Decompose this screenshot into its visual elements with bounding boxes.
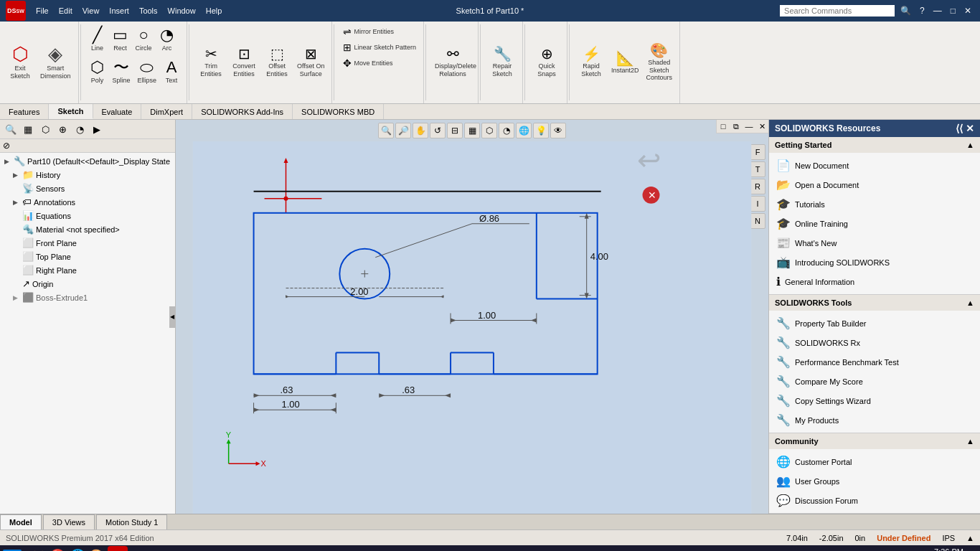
tree-right-plane[interactable]: ⬜ Right Plane <box>1 263 174 277</box>
polygon-button[interactable]: ⬡ Poly <box>87 57 108 88</box>
offset-surface-button[interactable]: ⊠ Offset OnSurface <box>294 44 327 81</box>
panel-resize-handle[interactable]: ◀ <box>169 306 175 328</box>
trim-button[interactable]: ✂ TrimEntities <box>195 44 227 81</box>
instant2d-button[interactable]: 📐 Instant2D <box>608 48 642 77</box>
lp-filter-btn[interactable]: 🔍 <box>3 121 19 137</box>
vp-section[interactable]: ⊟ <box>447 123 463 138</box>
rp-collapse-btn[interactable]: ⟨⟨ <box>956 123 963 134</box>
tab-3d-views[interactable]: 3D Views <box>43 514 95 529</box>
menu-help[interactable]: Help <box>202 5 227 17</box>
repair-button[interactable]: 🔧 RepairSketch <box>486 44 518 81</box>
convert-button[interactable]: ⊡ ConvertEntities <box>228 44 260 81</box>
offset-button[interactable]: ⬚ OffsetEntities <box>261 44 293 81</box>
rp-item-open-doc[interactable]: 📂 Open a Document <box>775 175 974 194</box>
menu-window[interactable]: Window <box>164 5 200 17</box>
vp-appearance[interactable]: ◔ <box>499 123 514 138</box>
tree-history[interactable]: ▶ 📁 History <box>1 168 174 182</box>
rp-close-btn[interactable]: ✕ <box>966 123 974 134</box>
vp-zoom-fit[interactable]: 🔍 <box>378 123 394 138</box>
lp-plus-btn[interactable]: ⊕ <box>55 121 70 137</box>
text-button[interactable]: A Text <box>161 57 182 88</box>
lp-list-btn[interactable]: ▦ <box>20 121 36 137</box>
exit-sketch-button[interactable]: ⬡ ExitSketch <box>4 42 36 83</box>
rp-item-tutorials[interactable]: 🎓 Tutorials <box>775 194 974 214</box>
vp-zoom-select[interactable]: 🔎 <box>395 123 411 138</box>
rp-item-new-doc[interactable]: 📄 New Document <box>775 156 974 175</box>
rp-item-general-info[interactable]: ℹ General Information <box>775 272 974 291</box>
spline-button[interactable]: 〜 Spline <box>110 57 133 88</box>
tree-front-plane[interactable]: ⬜ Front Plane <box>1 236 174 250</box>
tab-sketch[interactable]: Sketch <box>49 104 93 119</box>
tree-boss-extrude[interactable]: ▶ ⬛ Boss-Extrude1 <box>1 291 174 304</box>
tab-motion-study[interactable]: Motion Study 1 <box>96 514 167 529</box>
rp-item-sw-rx[interactable]: 🔧 SOLIDWORKS Rx <box>775 333 974 352</box>
rp-item-customer-portal[interactable]: 🌐 Customer Portal <box>775 452 974 471</box>
menu-view[interactable]: View <box>78 5 104 17</box>
lp-icons-btn[interactable]: ⬡ <box>37 121 53 137</box>
tree-annotations[interactable]: ▶ 🏷 Annotations <box>1 195 174 209</box>
rp-item-my-products[interactable]: 🔧 My Products <box>775 410 974 430</box>
taskbar-solidworks[interactable]: SW <box>108 546 128 551</box>
vp-hide[interactable]: 👁 <box>550 123 566 138</box>
rp-item-online-training[interactable]: 🎓 Online Training <box>775 214 974 233</box>
minimize-button[interactable]: — <box>930 6 945 16</box>
tab-addins[interactable]: SOLIDWORKS Add-Ins <box>192 104 293 119</box>
tree-top-plane[interactable]: ⬜ Top Plane <box>1 250 174 263</box>
search-input[interactable] <box>780 5 895 17</box>
taskbar-app1[interactable]: 🔴 <box>47 546 67 551</box>
lp-donut-btn[interactable]: ◔ <box>72 121 88 137</box>
tab-mbd[interactable]: SOLIDWORKS MBD <box>293 104 384 119</box>
taskbar-paint[interactable]: 🎨 <box>88 546 108 551</box>
vp-view[interactable]: ▦ <box>464 123 480 138</box>
tree-part10[interactable]: ▶ 🔧 Part10 (Default<<Default>_Display St… <box>1 154 174 168</box>
vp-pan[interactable]: ✋ <box>413 123 428 138</box>
tree-material[interactable]: 🔩 Material <not specified> <box>1 222 174 236</box>
rectangle-button[interactable]: ▭ Rect <box>110 24 131 55</box>
tab-model[interactable]: Model <box>0 514 42 529</box>
rp-section-community-header[interactable]: Community ▲ <box>769 433 980 449</box>
tab-evaluate[interactable]: Evaluate <box>93 104 142 119</box>
menu-tools[interactable]: Tools <box>135 5 162 17</box>
rp-item-copy-settings[interactable]: 🔧 Copy Settings Wizard <box>775 391 974 410</box>
vp-close-btn[interactable]: ✕ <box>755 120 768 133</box>
mirror-button[interactable]: ⇌ Mirror Entities <box>340 24 397 39</box>
taskbar-chrome[interactable]: 🌐 <box>67 546 88 551</box>
display-delete-button[interactable]: ⚯ Display/DeleteRelations <box>432 44 473 81</box>
rp-section-getting-started-header[interactable]: Getting Started ▲ <box>769 137 980 153</box>
menu-insert[interactable]: Insert <box>105 5 133 17</box>
tab-dimxpert[interactable]: DimXpert <box>141 104 192 119</box>
rp-item-discussion[interactable]: 💬 Discussion Forum <box>775 491 974 510</box>
line-button[interactable]: ╱ Line <box>87 24 108 55</box>
search-button[interactable]: 🔍 <box>897 6 914 16</box>
close-button[interactable]: ✕ <box>961 6 974 16</box>
vp-rotate[interactable]: ↺ <box>430 123 446 138</box>
vp-display[interactable]: ⬡ <box>481 123 497 138</box>
circle-button[interactable]: ○ Circle <box>133 24 155 55</box>
vp-scene[interactable]: 🌐 <box>516 123 532 138</box>
viewport[interactable]: □ ⧉ — ✕ 🔍 🔎 ✋ ↺ ⊟ ▦ ⬡ ◔ 🌐 💡 👁 F T R I N <box>176 120 768 514</box>
menu-file[interactable]: File <box>32 5 53 17</box>
shaded-contours-button[interactable]: 🎨 ShadedSketchContours <box>644 40 676 85</box>
tree-equations[interactable]: 📊 Equations <box>1 209 174 222</box>
tab-features[interactable]: Features <box>0 104 49 119</box>
rapid-sketch-button[interactable]: ⚡ RapidSketch <box>575 44 607 81</box>
vp-minimize-btn[interactable]: — <box>743 120 755 133</box>
help-button[interactable]: ? <box>917 6 928 16</box>
rp-item-prop-tab[interactable]: 🔧 Property Tab Builder <box>775 314 974 333</box>
vp-lights[interactable]: 💡 <box>533 123 549 138</box>
menu-edit[interactable]: Edit <box>55 5 77 17</box>
rp-item-introducing[interactable]: 📺 Introducing SOLIDWORKS <box>775 253 974 272</box>
move-button[interactable]: ✥ Move Entities <box>340 56 395 70</box>
linear-pattern-button[interactable]: ⊞ Linear Sketch Pattern <box>340 40 419 55</box>
rp-item-compare-score[interactable]: 🔧 Compare My Score <box>775 372 974 391</box>
lp-arrow-btn[interactable]: ▶ <box>89 121 105 137</box>
vp-maximize-btn[interactable]: □ <box>717 120 730 133</box>
taskbar-file-explorer[interactable]: 📁 <box>27 546 47 551</box>
arc-button[interactable]: ◔ Arc <box>156 24 178 55</box>
vp-restore-btn[interactable]: ⧉ <box>730 120 743 133</box>
quick-snaps-button[interactable]: ⊕ QuickSnaps <box>531 44 562 81</box>
rp-item-perf-bench[interactable]: 🔧 Performance Benchmark Test <box>775 352 974 372</box>
tree-sensors[interactable]: 📡 Sensors <box>1 182 174 195</box>
maximize-button[interactable]: □ <box>948 6 958 16</box>
tree-origin[interactable]: ↗ Origin <box>1 277 174 291</box>
